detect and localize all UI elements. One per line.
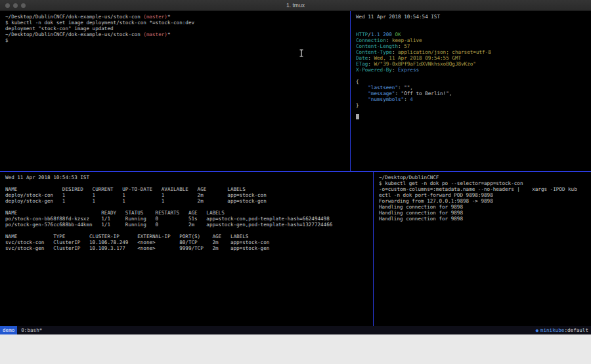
tmux-status-bar: demo 0:bash* ●minikube:default	[0, 326, 591, 334]
terminal-line: po/stock-gen-576cc688bb-44kmn 1/1 Runnin…	[5, 222, 368, 228]
terminal-line: {	[356, 79, 586, 85]
terminal-line: ectl -n dok port-forward POD 9898:9898	[379, 192, 586, 198]
terminal-line: ~/Desktop/DublinCNCF	[379, 174, 586, 180]
terminal-line: HTTP/1.1 200 OK	[356, 31, 586, 37]
terminal-line: "lastseen": "",	[356, 85, 586, 91]
terminal-line: svc/stock-con ClusterIP 10.106.78.249 <n…	[5, 239, 368, 245]
mouse-text-cursor	[299, 49, 304, 57]
pane-shell-deploy[interactable]: ~/Desktop/DublinCNCF/dok-example-us/stoc…	[0, 11, 350, 171]
terminal-line: deployment "stock-con" image updated	[5, 26, 345, 31]
terminal-line: Handling connection for 9898	[379, 210, 586, 216]
terminal-line: $ kubectl -n dok set image deployment/st…	[5, 20, 345, 26]
terminal-line: }	[356, 102, 586, 108]
screen: 1. tmux ~/Desktop/DublinCNCF/dok-example…	[0, 0, 591, 364]
terminal-line	[356, 26, 586, 31]
kube-context-namespace: :default	[564, 327, 588, 333]
terminal-line: $	[5, 37, 345, 43]
terminal-line: po/stock-con-bb68f88fd-kzsxz 1/1 Running…	[5, 216, 368, 222]
terminal-line: "numsymbols": 4	[356, 96, 586, 102]
desktop-background	[0, 334, 591, 364]
terminal-line: NAME READY STATUS RESTARTS AGE LABELS	[5, 210, 368, 216]
terminal-cursor	[356, 114, 359, 119]
kube-context-icon: ●	[536, 328, 538, 333]
terminal-line: Content-Type: application/json; charset=…	[356, 49, 586, 55]
tmux-session-name[interactable]: demo	[0, 326, 17, 334]
window-title: 1. tmux	[0, 2, 591, 9]
tmux-window-label[interactable]: 0:bash*	[21, 327, 42, 333]
pane-http-response[interactable]: Wed 11 Apr 2018 10:54:54 ISTHTTP/1.1 200…	[351, 11, 591, 171]
terminal-line	[356, 114, 586, 120]
terminal-line: Wed 11 Apr 2018 10:54:53 IST	[5, 174, 368, 180]
terminal-line: Handling connection for 9898	[379, 216, 586, 222]
terminal-line: $ kubectl get -n dok po --selector=app=s…	[379, 180, 586, 186]
terminal-line: Content-Length: 57	[356, 43, 586, 49]
terminal-line: NAME TYPE CLUSTER-IP EXTERNAL-IP PORT(S)…	[5, 233, 368, 239]
terminal-line	[5, 180, 368, 186]
terminal-line: deploy/stock-gen 1 1 1 1 2m app=stock-ge…	[5, 198, 368, 204]
kube-context: ●minikube:default	[536, 327, 588, 333]
window-titlebar: 1. tmux	[0, 0, 591, 11]
terminal-line: Date: Wed, 11 Apr 2018 09:54:55 GMT	[356, 55, 586, 61]
terminal-line: NAME DESIRED CURRENT UP-TO-DATE AVAILABL…	[5, 186, 368, 192]
terminal-line: svc/stock-gen ClusterIP 10.109.3.177 <no…	[5, 245, 368, 251]
pane-port-forward[interactable]: ~/Desktop/DublinCNCF$ kubectl get -n dok…	[374, 172, 591, 326]
terminal-line: Forwarding from 127.0.0.1:9898 -> 9898	[379, 198, 586, 204]
terminal-line: Handling connection for 9898	[379, 204, 586, 210]
terminal-line: X-Powered-By: Express	[356, 67, 586, 73]
terminal-line	[356, 108, 586, 114]
terminal-line	[356, 73, 586, 79]
terminal-line	[5, 228, 368, 233]
pane-kubectl-get[interactable]: Wed 11 Apr 2018 10:54:53 ISTNAME DESIRED…	[0, 172, 373, 326]
terminal-line	[5, 204, 368, 210]
terminal-line: Wed 11 Apr 2018 10:54:54 IST	[356, 14, 586, 20]
terminal-line: ~/Desktop/DublinCNCF/dok-example-us/stoc…	[5, 14, 345, 20]
terminal-line	[356, 20, 586, 26]
kube-context-name: minikube	[540, 327, 565, 333]
terminal-line: Connection: keep-alive	[356, 37, 586, 43]
terminal-line: ETag: W/"39-0xBPf9aF1dXVNkhsxoBQgJ8vKzo"	[356, 61, 586, 67]
terminal-line: deploy/stock-con 1 1 1 1 2m app=stock-co…	[5, 192, 368, 198]
terminal-line: ~/Desktop/DublinCNCF/dok-example-us/stoc…	[5, 31, 345, 37]
terminal-line: "message": "Off to Berlin!",	[356, 91, 586, 96]
tmux-terminal: ~/Desktop/DublinCNCF/dok-example-us/stoc…	[0, 11, 591, 334]
terminal-line: -o=custom-columns=:metadata.name --no-he…	[379, 186, 586, 192]
